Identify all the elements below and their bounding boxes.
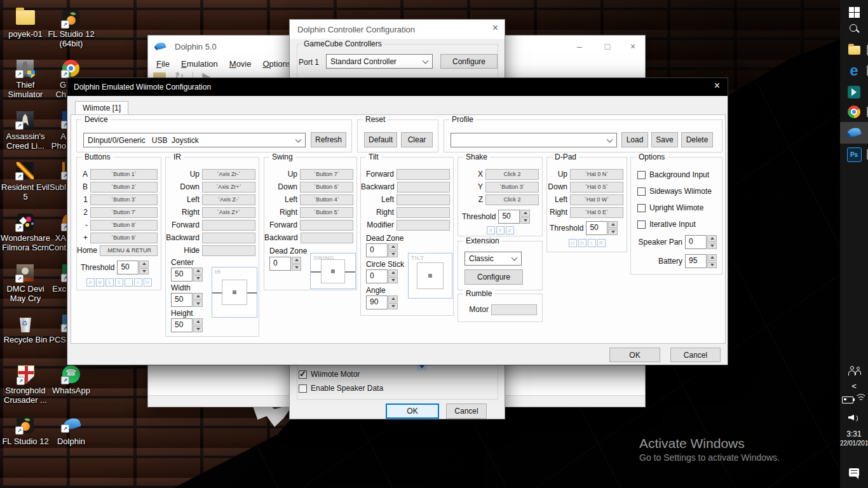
mapping-button[interactable]: Click 2	[485, 169, 539, 180]
height-spinner[interactable]: 50	[171, 318, 203, 332]
mapping-button[interactable]: `Button 2`	[90, 182, 158, 193]
tray-expand[interactable]: <	[840, 379, 868, 393]
desktop-icon-poyek01[interactable]	[16, 10, 35, 25]
mapping-button[interactable]	[397, 169, 450, 180]
mapping-button[interactable]	[301, 233, 353, 243]
enable-speaker-checkbox[interactable]	[299, 384, 307, 393]
desktop-icon-filmora[interactable]: ↗	[17, 214, 34, 231]
desktop-icon-flstudio[interactable]: ↗	[17, 416, 34, 433]
threshold-spinner[interactable]: 50	[498, 210, 530, 224]
ok-button[interactable]: OK	[609, 348, 660, 362]
ok-button[interactable]: OK	[386, 403, 439, 419]
clear-button[interactable]: Clear	[401, 132, 433, 147]
delete-button[interactable]: Delete	[681, 132, 713, 147]
desktop-icon-dmc[interactable]: ↗	[17, 264, 34, 281]
desktop-icon-re5[interactable]: ↗	[17, 162, 34, 179]
taskbar-edge[interactable]: e	[840, 61, 868, 80]
default-button[interactable]: Default	[364, 132, 397, 147]
mapping-button[interactable]: `Button 8`	[90, 220, 158, 231]
close-icon[interactable]: ×	[492, 22, 498, 34]
mapping-button[interactable]: `Button 6`	[300, 182, 353, 193]
tray-battery[interactable]	[842, 396, 853, 403]
mapping-button[interactable]: `Button 9`	[90, 233, 158, 243]
deadzone-spinner[interactable]: 0	[269, 257, 301, 271]
desktop-icon-stronghold[interactable]: ↗	[18, 365, 34, 384]
width-spinner[interactable]: 50	[171, 293, 203, 307]
angle-spinner[interactable]: 90	[366, 295, 398, 309]
title-bar[interactable]: Dolphin Emulated Wiimote Configuration	[67, 78, 728, 96]
mapping-button[interactable]: `Button 3`	[485, 182, 539, 193]
mapping-button[interactable]	[397, 220, 450, 231]
focused-combo-arrow[interactable]	[417, 365, 427, 370]
tray-people[interactable]	[840, 361, 868, 380]
sideways-wiimote-checkbox[interactable]	[637, 187, 646, 196]
profile-select[interactable]	[451, 133, 617, 147]
desktop-label[interactable]: XACont	[41, 233, 66, 253]
taskbar-photoshop[interactable]: Ps	[840, 145, 868, 164]
tab-wiimote-1[interactable]: Wiimote [1]	[75, 101, 128, 114]
mapping-button[interactable]: `Hat 0 W`	[570, 194, 623, 205]
cancel-button[interactable]: Cancel	[670, 348, 721, 362]
upright-wiimote-checkbox[interactable]	[637, 204, 646, 212]
mapping-button[interactable]: `Axis Zr-`	[202, 169, 255, 180]
mapping-button[interactable]	[397, 182, 450, 193]
menu-movie[interactable]: Movie	[224, 59, 257, 69]
mapping-button[interactable]	[300, 220, 353, 231]
background-input-checkbox[interactable]	[637, 171, 646, 179]
mapping-button[interactable]: `Hat 0 E`	[570, 207, 623, 218]
extension-select[interactable]: Classic	[465, 252, 522, 266]
threshold-spinner[interactable]: 50	[586, 221, 618, 235]
desktop-icon-dolphin[interactable]: ↗	[62, 417, 81, 431]
menu-file[interactable]: File	[151, 59, 175, 69]
device-select[interactable]: DInput/0/Generic USB Joystick	[83, 133, 306, 147]
desktop-label[interactable]: WhatsApp	[43, 386, 100, 395]
desktop-label[interactable]: PCS	[41, 335, 66, 344]
maximize-button[interactable]: □	[598, 39, 617, 53]
title-bar[interactable]: Dolphin Controller Configuration	[290, 20, 505, 39]
desktop-label[interactable]: FL Studio 12 (64bit)	[43, 29, 100, 49]
mapping-button[interactable]: `Button 7`	[90, 207, 158, 218]
speaker-pan-spinner[interactable]: 0	[685, 235, 717, 249]
tray-volume[interactable]	[840, 410, 868, 424]
mapping-button[interactable]: `Hat 0 N`	[570, 169, 623, 180]
cancel-button[interactable]: Cancel	[446, 403, 487, 419]
mapping-button[interactable]: `Axis Z-`	[202, 194, 255, 205]
mapping-button[interactable]: `Axis Z+`	[202, 207, 255, 218]
mapping-button[interactable]: `Button 5`	[300, 207, 353, 218]
desktop-label[interactable]: GCh	[41, 80, 66, 100]
mapping-button[interactable]	[202, 245, 255, 256]
desktop-label[interactable]: APho	[41, 132, 66, 151]
close-button[interactable]: ×	[623, 39, 642, 53]
iterative-input-checkbox[interactable]	[637, 220, 646, 229]
motor-mapping-button[interactable]	[491, 304, 537, 315]
desktop-icon-assassins[interactable]: ↗	[17, 111, 34, 128]
mapping-button[interactable]	[202, 233, 255, 243]
taskbar-search[interactable]	[840, 19, 868, 38]
battery-spinner[interactable]: 95	[685, 254, 717, 268]
menu-emulation[interactable]: Emulation	[175, 59, 224, 69]
mapping-button[interactable]: `Button 4`	[300, 194, 353, 205]
port1-configure-button[interactable]: Configure	[440, 54, 498, 69]
desktop-label[interactable]: Exc	[41, 284, 66, 294]
mapping-button[interactable]: `Axis Zr+`	[202, 182, 255, 193]
deadzone-spinner[interactable]: 0	[366, 243, 398, 257]
mapping-button[interactable]	[397, 194, 450, 205]
taskbar-chrome[interactable]	[840, 102, 868, 121]
taskbar-clock[interactable]: 3:31 22/01/2019	[840, 430, 868, 447]
taskbar-filmora[interactable]	[840, 83, 868, 102]
mapping-button[interactable]: Click 2	[485, 194, 539, 205]
mapping-button[interactable]: `Button 3`	[90, 194, 158, 205]
desktop-icon-chrome[interactable]: ↗	[62, 60, 79, 77]
threshold-spinner[interactable]: 50	[117, 261, 149, 274]
desktop-icon-thief[interactable]: ↗	[17, 60, 34, 77]
taskbar-file-explorer[interactable]	[840, 41, 868, 60]
mapping-button[interactable]	[202, 220, 255, 231]
wiimote-motor-checkbox[interactable]	[299, 370, 307, 379]
desktop-icon-flstudio64[interactable]: ↗	[62, 10, 79, 27]
center-spinner[interactable]: 50	[171, 268, 203, 281]
desktop-icon-whatsapp[interactable]: ↗	[62, 365, 80, 383]
mapping-button[interactable]	[397, 207, 450, 218]
close-icon[interactable]: ×	[714, 80, 720, 92]
tray-notifications[interactable]	[840, 463, 868, 482]
taskbar-dolphin[interactable]	[840, 122, 868, 144]
